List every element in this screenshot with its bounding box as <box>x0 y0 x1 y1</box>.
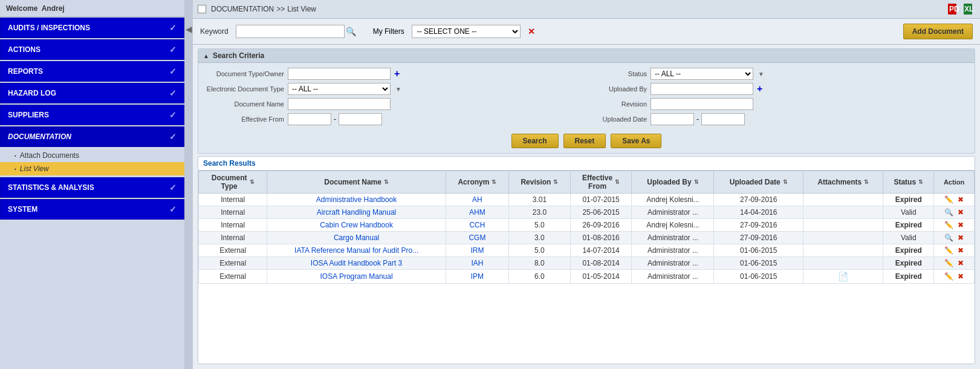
uploaded-date-start[interactable] <box>651 113 694 125</box>
cell-status: Expired <box>883 219 934 232</box>
table-row: Internal Cargo Manual CGM 3.0 01-08-2016… <box>199 232 975 244</box>
sidebar-item-label: AUDITS / INSPECTIONS <box>8 24 90 32</box>
cell-revision: 5.0 <box>509 219 571 232</box>
sidebar-item-list-view[interactable]: ▪ List View <box>0 162 184 175</box>
page-icon <box>198 5 206 13</box>
sidebar-item-statistics[interactable]: STATISTICS & ANALYSIS ✓ <box>0 177 184 198</box>
criteria-toggle-icon[interactable]: ▲ <box>203 53 209 59</box>
uploaded-date-end[interactable] <box>701 113 745 125</box>
doc-type-owner-input[interactable] <box>288 68 391 80</box>
acronym-link[interactable]: CGM <box>469 233 485 242</box>
doc-name-link[interactable]: Cabin Crew Handbook <box>320 221 393 229</box>
keyword-search-button[interactable]: 🔍 <box>346 27 356 36</box>
effective-from-start[interactable] <box>288 113 331 125</box>
sidebar-item-actions[interactable]: ACTIONS ✓ <box>0 39 184 60</box>
uploaded-by-input[interactable] <box>651 83 753 95</box>
doc-name-link[interactable]: IATA Reference Manual for Audit Pro... <box>294 246 418 255</box>
search-button[interactable]: Search <box>511 134 559 148</box>
delete-icon[interactable]: ✖ <box>958 221 964 229</box>
sidebar-item-audits[interactable]: AUDITS / INSPECTIONS ✓ <box>0 18 184 38</box>
col-header-attachments[interactable]: Attachments ⇅ <box>803 171 883 194</box>
delete-icon[interactable]: ✖ <box>958 233 964 242</box>
cell-attachments <box>803 232 883 244</box>
doc-type-owner-label: Document Type/Owner <box>206 70 284 77</box>
electronic-doc-type-select[interactable]: -- ALL -- <box>288 83 391 95</box>
reset-button[interactable]: Reset <box>563 134 606 148</box>
criteria-title: Search Criteria <box>213 51 264 60</box>
col-header-uploaded-by[interactable]: Uploaded By ⇅ <box>632 171 714 194</box>
view-icon[interactable]: 🔍 <box>944 208 953 217</box>
delete-icon[interactable]: ✖ <box>958 272 964 281</box>
save-as-button[interactable]: Save As <box>611 134 661 148</box>
sidebar: Welcome Andrej AUDITS / INSPECTIONS ✓ AC… <box>0 0 184 369</box>
cell-attachments <box>803 194 883 206</box>
my-filters-select[interactable]: -- SELECT ONE -- <box>412 25 521 38</box>
sidebar-item-reports[interactable]: REPORTS ✓ <box>0 61 184 82</box>
revision-input[interactable] <box>651 98 753 110</box>
sidebar-item-documentation[interactable]: DOCUMENTATION ✓ <box>0 126 184 147</box>
acronym-link[interactable]: IPM <box>471 272 484 281</box>
criteria-body: Document Type/Owner + Electronic Documen… <box>198 63 975 130</box>
results-table: DocumentType ⇅ Document Name ⇅ Acronym ⇅… <box>198 171 975 284</box>
edit-icon[interactable]: ✏️ <box>944 195 953 204</box>
col-header-effective-from[interactable]: EffectiveFrom ⇅ <box>570 171 632 194</box>
cell-attachments <box>803 257 883 270</box>
acronym-link[interactable]: CCH <box>469 221 485 229</box>
acronym-link[interactable]: AHM <box>469 208 485 217</box>
keyword-input[interactable] <box>236 25 345 38</box>
cell-doc-type: Internal <box>199 232 267 244</box>
sidebar-sub-documentation: ▪ Attach Documents ▪ List View <box>0 148 184 177</box>
delete-icon[interactable]: ✖ <box>958 246 964 255</box>
effective-from-end[interactable] <box>339 113 382 125</box>
delete-icon[interactable]: ✖ <box>958 259 964 267</box>
sidebar-item-hazard[interactable]: HAZARD LOG ✓ <box>0 83 184 103</box>
sidebar-item-attach-documents[interactable]: ▪ Attach Documents <box>0 149 184 162</box>
results-title: Search Results <box>203 159 256 168</box>
acronym-link[interactable]: IAH <box>471 259 483 267</box>
criteria-actions: Search Reset Save As <box>198 130 975 153</box>
acronym-link[interactable]: IRM <box>470 246 484 255</box>
cell-action: ✏️ ✖ <box>934 219 975 232</box>
doc-name-link[interactable]: Aircraft Handling Manual <box>317 208 396 217</box>
edit-icon[interactable]: ✏️ <box>944 246 953 255</box>
col-header-acronym[interactable]: Acronym ⇅ <box>446 171 508 194</box>
col-header-doc-name[interactable]: Document Name ⇅ <box>267 171 446 194</box>
view-icon[interactable]: 🔍 <box>944 233 953 242</box>
document-name-input[interactable] <box>288 98 391 110</box>
acronym-link[interactable]: AH <box>472 195 482 204</box>
edit-icon[interactable]: ✏️ <box>944 221 953 229</box>
cell-status: Expired <box>883 244 934 257</box>
col-header-status[interactable]: Status ⇅ <box>883 171 934 194</box>
uploaded-by-add-button[interactable]: + <box>757 83 762 94</box>
table-row: External IOSA Program Manual IPM 6.0 01-… <box>199 270 975 284</box>
sidebar-item-system[interactable]: SYSTEM ✓ <box>0 199 184 220</box>
cell-acronym: AHM <box>446 206 508 219</box>
sidebar-collapse-btn[interactable]: ◀ <box>184 0 193 369</box>
doc-name-link[interactable]: Cargo Manual <box>334 233 379 242</box>
add-document-button[interactable]: Add Document <box>903 24 973 39</box>
delete-icon[interactable]: ✖ <box>958 195 964 204</box>
breadcrumb-separator: >> <box>276 5 285 13</box>
doc-name-link[interactable]: IOSA Program Manual <box>320 272 393 281</box>
col-header-doc-type[interactable]: DocumentType ⇅ <box>199 171 267 194</box>
cell-attachments: 📄 <box>803 270 883 284</box>
excel-export-icon[interactable]: XLS <box>962 2 975 16</box>
col-header-action: Action <box>934 171 975 194</box>
sidebar-item-suppliers[interactable]: SUPPLIERS ✓ <box>0 105 184 125</box>
delete-icon[interactable]: ✖ <box>958 208 964 217</box>
filter-clear-button[interactable]: ✕ <box>528 27 535 36</box>
col-header-uploaded-date[interactable]: Uploaded Date ⇅ <box>714 171 803 194</box>
results-scroll-area[interactable]: DocumentType ⇅ Document Name ⇅ Acronym ⇅… <box>198 171 975 364</box>
edit-icon[interactable]: ✏️ <box>944 272 953 281</box>
doc-type-owner-add-button[interactable]: + <box>394 68 400 79</box>
doc-name-link[interactable]: IOSA Audit Handbook Part 3 <box>311 259 402 267</box>
col-header-revision[interactable]: Revision ⇅ <box>509 171 571 194</box>
pdf-export-icon[interactable]: PDF <box>946 2 959 16</box>
pdf-attachment-icon[interactable]: 📄 <box>838 272 848 281</box>
sidebar-item-label: ACTIONS <box>8 45 41 54</box>
doc-name-link[interactable]: Administrative Handbook <box>316 195 397 204</box>
sub-item-label: List View <box>20 165 49 173</box>
edit-icon[interactable]: ✏️ <box>944 259 953 267</box>
status-dropdown-arrow-icon: ▼ <box>758 71 764 77</box>
status-select[interactable]: -- ALL -- <box>651 68 753 80</box>
